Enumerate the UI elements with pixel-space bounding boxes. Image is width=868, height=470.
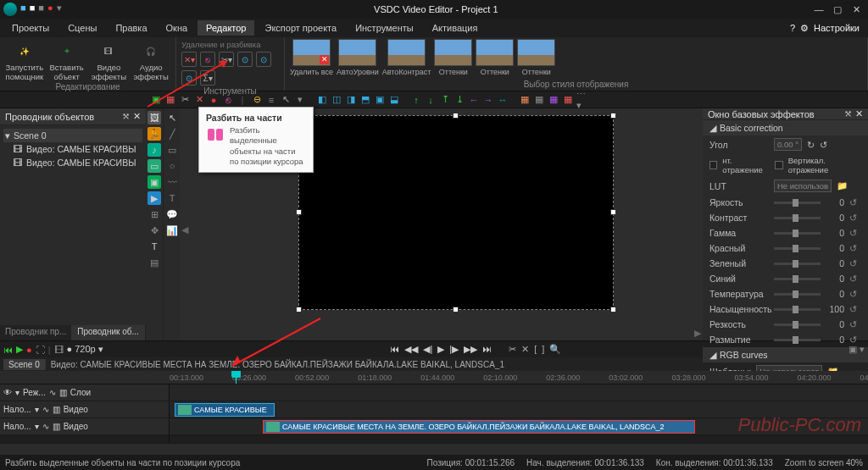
reset-3[interactable]: ↺ (849, 243, 861, 253)
reset-2[interactable]: ↺ (849, 228, 861, 238)
tl-prev[interactable]: ◀◀ (404, 344, 418, 355)
tb-more2[interactable]: ⋯▾ (576, 94, 588, 106)
track-fx-icon[interactable]: ▥ (53, 422, 60, 431)
menu-edit[interactable]: Правка (107, 20, 155, 36)
rotate-cw-icon[interactable]: ↻ (807, 140, 815, 150)
circle-tool-3[interactable]: ⊙ (181, 70, 197, 86)
launch-assistant-button[interactable]: ✨ Запустить помощник (5, 39, 44, 81)
close-panel-icon[interactable]: ✕ (855, 108, 863, 119)
vt-picture[interactable]: ▭ (147, 159, 161, 173)
tb-split[interactable]: ⎋ (222, 94, 234, 106)
tb-cut[interactable]: ✂ (179, 94, 191, 106)
vt-group[interactable]: ▣ (147, 175, 161, 189)
style-hues-1[interactable] (434, 39, 472, 66)
tl-del[interactable]: ✕ (521, 344, 529, 355)
transport-right[interactable]: ▣ ▾ (849, 344, 865, 355)
menu-windows[interactable]: Окна (158, 20, 197, 36)
tl-start[interactable]: ⏮ (390, 344, 399, 355)
selection-rect[interactable] (298, 115, 614, 310)
menu-tools[interactable]: Инструменты (347, 20, 422, 36)
tb-align-c[interactable]: ◫ (331, 94, 342, 106)
style-autocontrast[interactable] (387, 39, 426, 66)
tb-grid4[interactable]: ▦ (562, 94, 574, 106)
reset-1[interactable]: ↺ (849, 213, 861, 223)
vt2-pointer[interactable]: ↖ (165, 111, 179, 124)
tb-align-l[interactable]: ◧ (316, 94, 328, 106)
fullscreen-icon[interactable]: ⛶ (36, 345, 45, 355)
tb-grid3[interactable]: ▦ (548, 94, 559, 106)
slider-2[interactable] (774, 232, 821, 235)
menu-scenes[interactable]: Сцены (59, 20, 105, 36)
video-effects-button[interactable]: 🎞 Видео эффекты (90, 39, 129, 81)
tree-video-1[interactable]: 🎞Видео: САМЫЕ КРАСИВЫ (3, 142, 142, 156)
reset-4[interactable]: ↺ (849, 258, 861, 268)
flip-v-check[interactable] (775, 161, 782, 169)
slider-6[interactable] (774, 293, 821, 296)
vt2-tooltip[interactable]: 💬 (165, 207, 179, 221)
basic-correction-header[interactable]: ◢ Basic correction (703, 120, 868, 135)
tb-left[interactable]: ← (468, 94, 480, 106)
minimize-button[interactable]: — (810, 3, 827, 16)
tl-play[interactable]: ▶ (437, 344, 444, 355)
vt2-path[interactable]: 〰 (165, 175, 179, 189)
flip-h-check[interactable] (709, 161, 717, 169)
timeline-scene-tab[interactable]: Scene 0 (3, 359, 46, 370)
reset-7[interactable]: ↺ (849, 304, 861, 314)
tb-more[interactable]: ▾ (294, 94, 306, 106)
tb-top[interactable]: ⤒ (439, 94, 451, 106)
reset-5[interactable]: ↺ (849, 274, 861, 284)
tb-up[interactable]: ↑ (410, 94, 422, 106)
pane-expand[interactable]: ▶ (694, 328, 701, 339)
tb-record[interactable]: ● (208, 94, 220, 106)
tb-align-b[interactable]: ⬓ (388, 94, 400, 106)
vt-color[interactable]: ▶ (147, 191, 161, 205)
pin-icon[interactable]: ⤲ (122, 111, 130, 122)
play-start-icon[interactable]: ⏮ (3, 345, 13, 355)
tl-zoom[interactable]: 🔍 (549, 344, 561, 355)
tb-grid2[interactable]: ▦ (533, 94, 545, 106)
track-wave-icon[interactable]: ∿ (49, 388, 56, 397)
track-2-body[interactable]: САМЫЕ КРАСИВЫЕ МЕСТА НА ЗЕМЛЕ. ОЗЕРО БАЙ… (170, 418, 868, 434)
settings-gear-icon[interactable]: ⚙ (800, 23, 809, 34)
tl-mark[interactable]: [ (534, 344, 537, 355)
audio-effects-button[interactable]: 🎧 Аудио эффекты (131, 39, 170, 81)
style-delete-all[interactable] (292, 39, 331, 66)
vt2-text[interactable]: T (165, 191, 179, 205)
tl-next-frame[interactable]: |▶ (449, 344, 459, 355)
track-layers-body[interactable] (170, 384, 868, 401)
tb-delete[interactable]: ✕ (193, 94, 205, 106)
track-menu-icon[interactable]: ▾ (15, 388, 19, 397)
pane-collapse-left[interactable]: ◀ (181, 224, 188, 235)
circle-tool-1[interactable]: ⊙ (237, 52, 253, 67)
slider-5[interactable] (774, 278, 821, 280)
tb-group[interactable]: ▣ (150, 94, 162, 106)
record-icon[interactable]: ● (26, 345, 32, 355)
style-autolevels[interactable] (338, 39, 376, 66)
track-wave-icon[interactable]: ∿ (42, 422, 49, 431)
tl-next[interactable]: ▶▶ (464, 344, 477, 355)
film-icon[interactable]: 🎞 (54, 345, 64, 355)
settings-label[interactable]: Настройки (814, 23, 860, 33)
tl-split[interactable]: ✂ (509, 344, 516, 355)
tb-cursor[interactable]: ↖ (280, 94, 292, 106)
slider-1[interactable] (774, 217, 821, 219)
vt-run[interactable]: 🏃 (147, 127, 161, 141)
circle-tool-2[interactable]: ⊙ (256, 52, 271, 67)
vt-grid[interactable]: ⊞ (147, 207, 161, 221)
vt-text[interactable]: T (147, 240, 161, 253)
tl-end[interactable]: ⏭ (482, 344, 492, 355)
style-hues-3[interactable] (517, 39, 555, 66)
reset-8[interactable]: ↺ (849, 319, 861, 329)
split-tool[interactable]: ⎋ (200, 52, 215, 67)
help-icon[interactable]: ? (790, 23, 795, 33)
tb-align-m[interactable]: ▣ (374, 94, 386, 106)
qat-btn[interactable]: ■ (30, 3, 36, 16)
insert-object-button[interactable]: ＋ Вставить объект (47, 39, 86, 81)
clip-2[interactable]: САМЫЕ КРАСИВЫЕ МЕСТА НА ЗЕМЛЕ. ОЗЕРО БАЙ… (263, 420, 695, 434)
vt-image[interactable]: 🖼 (147, 111, 161, 124)
track-menu-icon[interactable]: ▾ (35, 405, 39, 414)
menu-export[interactable]: Экспорт проекта (256, 20, 345, 36)
tb-align-r[interactable]: ◨ (345, 94, 357, 106)
track-eye-icon[interactable]: 👁 (3, 388, 12, 397)
track-1-body[interactable]: САМЫЕ КРАСИВЫЕ (170, 401, 868, 417)
